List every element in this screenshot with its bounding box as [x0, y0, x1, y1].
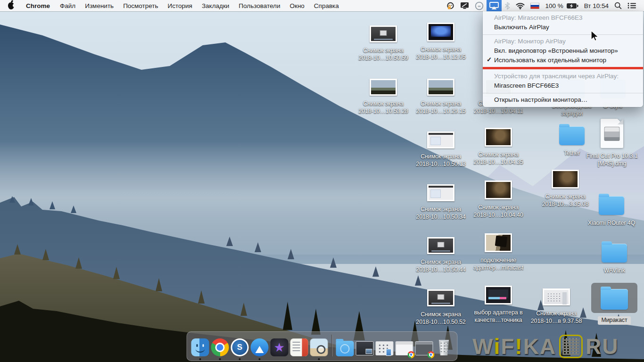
icon-thumbnail	[485, 233, 512, 252]
running-indicator-dot	[239, 358, 241, 360]
icon-label: Снимок экрана 2018-10…10.12.05	[412, 46, 470, 61]
dock-minimized-window-1[interactable]	[356, 338, 374, 356]
menu-item-mirascreen-device[interactable]: Mirascreen BFCF66E3	[483, 81, 643, 90]
icon-label: Снимок экрана 2018-10…10.53.28	[354, 100, 413, 115]
menu-separator	[483, 93, 643, 93]
desktop-file-screenshot-9-37-58[interactable]: Снимок экрана 2018-10…в 9.37.58	[527, 283, 586, 325]
running-indicator-dot	[259, 358, 261, 360]
menu-item-mirror-builtin-display[interactable]: Вкл. видеоповтор «Встроенный монитор»	[483, 46, 643, 56]
watermark-part: F	[501, 336, 515, 357]
watermark-part: KA	[523, 336, 556, 357]
icon-label: WAVlink	[602, 267, 626, 275]
dock-app-icon	[251, 338, 269, 356]
dock-minimized-window-2[interactable]	[376, 338, 394, 356]
icon-thumbnail-wrap	[485, 177, 512, 199]
icon-label: Снимок экрана 2018-10…10.50.44	[412, 259, 470, 273]
creative-cloud-icon[interactable]: ∞	[472, 0, 487, 11]
icon-thumbnail-wrap	[599, 189, 624, 215]
menubar-menu-history[interactable]: История	[163, 0, 197, 11]
menu-red-separator	[483, 67, 643, 69]
dock-maps[interactable]	[251, 338, 269, 356]
dock-imovie[interactable]	[271, 338, 289, 356]
desktop-file-adapter-connection[interactable]: подключение адаптер…miracast	[469, 230, 528, 272]
menubar-menu-help[interactable]: Справка	[309, 0, 344, 11]
desktop-file-screenshot-10-50-44[interactable]: Снимок экрана 2018-10…10.50.44	[412, 231, 470, 273]
menu-entry-text: Mirascreen BFCF66E3	[494, 82, 559, 89]
icon-thumbnail	[427, 289, 454, 306]
dock-downloads-folder[interactable]	[336, 338, 354, 356]
menu-item-turn-off-airplay[interactable]: Выключить AirPlay	[483, 23, 643, 32]
menu-item-use-as-separate-display[interactable]: Использовать как отдельный монитор	[483, 56, 643, 65]
icon-label: Снимок экрана 2018-10…10.50.34	[412, 206, 470, 221]
menubar-menu-file[interactable]: Файл	[55, 0, 80, 11]
spotlight-search-icon[interactable]	[611, 0, 625, 11]
wifi-icon[interactable]	[513, 0, 528, 11]
dock-preview[interactable]	[310, 338, 328, 356]
desktop-file-screenshot-10-04-35[interactable]: Снимок экрана 2018-10…10.04.35	[469, 124, 528, 166]
desktop-file-screenshot-10-53-28[interactable]: Снимок экрана 2018-10…10.53.28	[354, 73, 413, 115]
desktop-file-screenshot-10-50-13[interactable]: Снимок экрана 2018-10…10.50.13	[412, 126, 470, 168]
desktop-file-screenshot-10-04-40[interactable]: Снимок экрана 2018-10…10.04.40	[469, 177, 528, 219]
icon-label: выбор адаптера в качеств…точника	[469, 309, 528, 324]
menu-entry-text: Вкл. видеоповтор «Встроенный монитор»	[494, 47, 618, 54]
desktop-file-screenshot-10-50-52[interactable]: Снимок экрана 2018-10…10.50.52	[412, 284, 470, 326]
dock-finder[interactable]	[191, 338, 209, 356]
desktop-folder-wavlink[interactable]: WAVlink	[585, 236, 644, 275]
menubar-menu-users[interactable]: Пользователи	[234, 0, 285, 11]
desktop-file-screenshot-10-50-34[interactable]: Снимок экрана 2018-10…10.50.34	[412, 179, 470, 221]
menu-entry-text: Использовать как отдельный монитор	[494, 57, 606, 64]
icon-label: Снимок экрана 2018-10…10.50.59	[354, 47, 413, 62]
dock-calendar[interactable]	[290, 338, 308, 356]
menu-header-airplay-monitor: AirPlay: Монитор AirPlay	[483, 37, 643, 46]
watermark-part: W	[472, 336, 494, 357]
displays-icon[interactable]	[457, 0, 472, 11]
checkmark-icon	[487, 56, 493, 64]
running-indicator-dot	[199, 358, 201, 360]
dock-app-icon	[191, 338, 209, 356]
desktop-file-screenshot-10-29-15[interactable]: Снимок экрана 2018-10…10.29.15	[412, 73, 470, 115]
menubar-clock[interactable]: Вт 10:54	[581, 2, 611, 9]
desktop-folder-xiaomi-router[interactable]: Xiaomi ROuter 4Q	[582, 189, 641, 227]
desktop-file-screenshot-10-12-05[interactable]: Снимок экрана 2018-10…10.12.05	[412, 19, 470, 61]
apple-menu-icon[interactable]	[8, 2, 14, 9]
dock-app-icon	[336, 341, 354, 356]
dock-chrome[interactable]	[211, 338, 229, 356]
desktop-file-adapter-choice[interactable]: выбор адаптера в качеств…точника	[469, 282, 528, 324]
airplay-icon[interactable]	[487, 0, 502, 11]
dock-app-icon	[231, 338, 249, 356]
icon-label: Снимок экрана 2018-10…10.04.35	[469, 151, 528, 166]
icon-label: Миракаст	[598, 316, 630, 325]
menubar-menu-chrome[interactable]: Chrome	[21, 0, 55, 11]
icon-thumbnail-wrap	[427, 126, 454, 148]
dock-minimized-chrome-window-2[interactable]	[415, 338, 433, 356]
dock-app-icon	[356, 341, 374, 355]
keyboard-layout-flag-ru[interactable]	[528, 0, 542, 11]
user-alert-icon[interactable]	[444, 0, 457, 11]
icon-thumbnail-wrap	[370, 73, 397, 96]
watermark-part: i	[494, 336, 501, 357]
icon-thumbnail-wrap	[602, 236, 627, 263]
desktop-file-screenshot-10-50-59[interactable]: Снимок экрана 2018-10…10.50.59	[354, 20, 413, 62]
menubar: ChromeФайлИзменитьПосмотретьИсторияЗакла…	[0, 0, 644, 11]
icon-thumbnail	[485, 128, 512, 147]
battery-percentage: 100 %	[542, 2, 566, 9]
dock-minimized-chrome-window-1[interactable]	[396, 338, 413, 356]
icon-thumbnail	[427, 237, 454, 254]
menu-separator	[483, 34, 643, 35]
icon-label: Снимок экрана 2018-10…10.29.15	[412, 100, 470, 115]
dock-app-icon	[310, 338, 328, 356]
menu-entry-text: AirPlay: Mirascreen BFCF66E3	[494, 14, 583, 21]
desktop-folder-miracast-selected[interactable]: Миракаст	[585, 283, 644, 325]
dock-trash[interactable]	[435, 338, 453, 356]
menu-item-open-display-settings[interactable]: Открыть настройки монитора…	[483, 95, 643, 105]
menubar-menu-edit[interactable]: Изменить	[80, 0, 118, 11]
icon-thumbnail	[543, 288, 570, 305]
dock-s-app[interactable]	[231, 338, 249, 356]
desktop-file-final-cut-pro-dmg[interactable]: Final Cut Pro 10.3.1 [MAS].dmg	[583, 117, 641, 167]
notification-center-icon[interactable]	[625, 0, 639, 11]
watermark-part: RU	[586, 336, 619, 357]
bluetooth-icon[interactable]	[502, 0, 513, 11]
menubar-menu-bookmarks[interactable]: Закладки	[197, 0, 234, 11]
menubar-menu-view[interactable]: Посмотреть	[118, 0, 163, 11]
menubar-menu-window[interactable]: Окно	[285, 0, 309, 11]
